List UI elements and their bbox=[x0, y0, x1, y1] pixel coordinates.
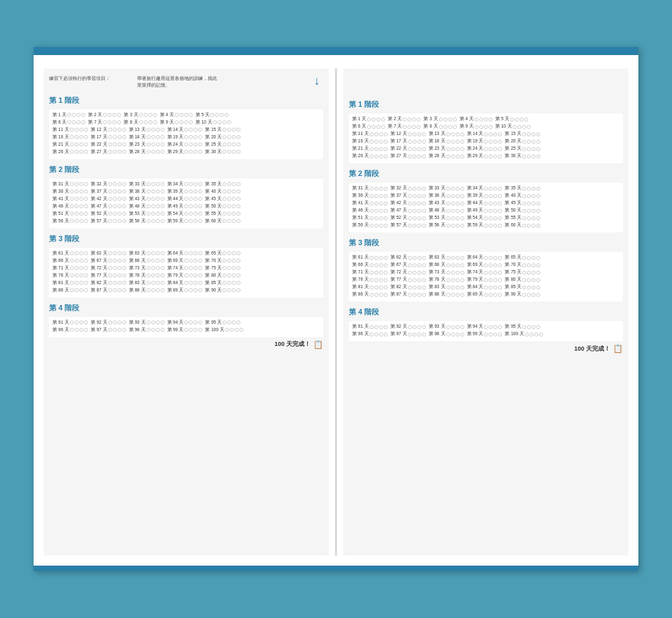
day-circle[interactable] bbox=[108, 251, 112, 255]
day-circle[interactable] bbox=[118, 128, 122, 132]
day-circle[interactable] bbox=[72, 113, 76, 117]
day-circle[interactable] bbox=[498, 271, 502, 275]
day-circle[interactable] bbox=[189, 219, 193, 223]
day-circle[interactable] bbox=[122, 204, 126, 208]
day-circle[interactable] bbox=[376, 125, 380, 129]
day-circle[interactable] bbox=[146, 266, 151, 270]
day-circle[interactable] bbox=[222, 251, 226, 255]
day-circle[interactable] bbox=[384, 147, 388, 151]
day-circle[interactable] bbox=[379, 263, 383, 267]
day-circle[interactable] bbox=[484, 325, 488, 329]
day-circle[interactable] bbox=[79, 320, 83, 324]
day-circle[interactable] bbox=[374, 187, 378, 191]
day-circle[interactable] bbox=[493, 271, 497, 275]
day-circle[interactable] bbox=[379, 140, 383, 144]
day-circle[interactable] bbox=[149, 120, 153, 124]
day-circle[interactable] bbox=[384, 293, 388, 297]
day-circle[interactable] bbox=[370, 263, 374, 267]
day-circle[interactable] bbox=[237, 189, 241, 193]
day-circle[interactable] bbox=[225, 328, 229, 332]
day-circle[interactable] bbox=[75, 135, 79, 139]
day-circle[interactable] bbox=[381, 125, 385, 129]
day-circle[interactable] bbox=[413, 278, 417, 282]
day-circle[interactable] bbox=[237, 128, 241, 132]
day-circle[interactable] bbox=[161, 259, 165, 263]
day-circle[interactable] bbox=[484, 278, 488, 282]
day-circle[interactable] bbox=[446, 147, 450, 151]
day-circle[interactable] bbox=[446, 263, 450, 267]
day-circle[interactable] bbox=[374, 140, 378, 144]
day-circle[interactable] bbox=[446, 285, 450, 290]
day-circle[interactable] bbox=[67, 120, 71, 124]
day-circle[interactable] bbox=[79, 251, 83, 255]
day-circle[interactable] bbox=[156, 281, 160, 285]
day-circle[interactable] bbox=[460, 271, 464, 275]
day-circle[interactable] bbox=[456, 132, 460, 136]
day-circle[interactable] bbox=[237, 135, 241, 139]
day-circle[interactable] bbox=[479, 118, 483, 122]
day-circle[interactable] bbox=[446, 194, 450, 198]
day-circle[interactable] bbox=[374, 293, 378, 297]
day-circle[interactable] bbox=[194, 189, 198, 193]
day-circle[interactable] bbox=[198, 212, 202, 216]
day-circle[interactable] bbox=[408, 209, 412, 213]
day-circle[interactable] bbox=[446, 293, 450, 297]
day-circle[interactable] bbox=[417, 256, 421, 260]
day-circle[interactable] bbox=[460, 285, 464, 290]
day-circle[interactable] bbox=[122, 251, 126, 255]
day-circle[interactable] bbox=[527, 278, 531, 282]
day-circle[interactable] bbox=[237, 259, 241, 263]
day-circle[interactable] bbox=[379, 209, 383, 213]
day-circle[interactable] bbox=[372, 118, 376, 122]
day-circle[interactable] bbox=[456, 293, 460, 297]
day-circle[interactable] bbox=[227, 204, 231, 208]
day-circle[interactable] bbox=[70, 251, 74, 255]
day-circle[interactable] bbox=[113, 128, 117, 132]
day-circle[interactable] bbox=[198, 150, 202, 154]
day-circle[interactable] bbox=[384, 154, 388, 159]
day-circle[interactable] bbox=[498, 263, 502, 267]
day-circle[interactable] bbox=[460, 333, 464, 337]
day-circle[interactable] bbox=[222, 273, 226, 277]
day-circle[interactable] bbox=[413, 194, 417, 198]
day-circle[interactable] bbox=[460, 209, 464, 213]
day-circle[interactable] bbox=[498, 187, 502, 191]
day-circle[interactable] bbox=[374, 147, 378, 151]
day-circle[interactable] bbox=[75, 189, 79, 193]
day-circle[interactable] bbox=[198, 273, 202, 277]
day-circle[interactable] bbox=[532, 224, 536, 228]
day-circle[interactable] bbox=[536, 202, 540, 206]
day-circle[interactable] bbox=[75, 273, 79, 277]
day-circle[interactable] bbox=[493, 154, 497, 159]
day-circle[interactable] bbox=[237, 288, 241, 292]
day-circle[interactable] bbox=[156, 320, 160, 324]
day-circle[interactable] bbox=[79, 212, 83, 216]
day-circle[interactable] bbox=[118, 288, 122, 292]
day-circle[interactable] bbox=[522, 263, 526, 267]
day-circle[interactable] bbox=[527, 293, 531, 297]
day-circle[interactable] bbox=[146, 281, 151, 285]
day-circle[interactable] bbox=[370, 325, 374, 329]
day-circle[interactable] bbox=[532, 256, 536, 260]
day-circle[interactable] bbox=[408, 285, 412, 290]
day-circle[interactable] bbox=[484, 132, 488, 136]
day-circle[interactable] bbox=[532, 140, 536, 144]
day-circle[interactable] bbox=[189, 197, 193, 201]
day-circle[interactable] bbox=[446, 140, 450, 144]
day-circle[interactable] bbox=[374, 333, 378, 337]
day-circle[interactable] bbox=[376, 118, 380, 122]
day-circle[interactable] bbox=[451, 271, 455, 275]
day-circle[interactable] bbox=[184, 150, 188, 154]
day-circle[interactable] bbox=[493, 216, 497, 220]
day-circle[interactable] bbox=[79, 219, 83, 223]
day-circle[interactable] bbox=[151, 328, 155, 332]
day-circle[interactable] bbox=[417, 194, 421, 198]
day-circle[interactable] bbox=[146, 135, 151, 139]
day-circle[interactable] bbox=[194, 281, 198, 285]
day-circle[interactable] bbox=[456, 333, 460, 337]
day-circle[interactable] bbox=[153, 113, 157, 117]
day-circle[interactable] bbox=[198, 259, 202, 263]
day-circle[interactable] bbox=[118, 142, 122, 146]
day-circle[interactable] bbox=[151, 251, 155, 255]
day-circle[interactable] bbox=[139, 113, 143, 117]
